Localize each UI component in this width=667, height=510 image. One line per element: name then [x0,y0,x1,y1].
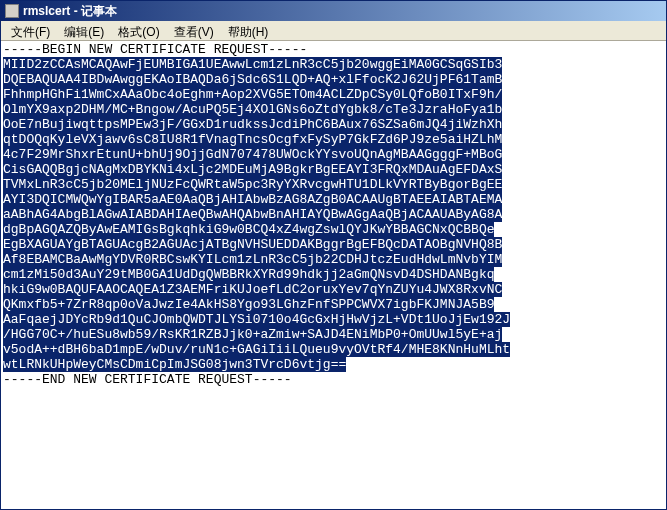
menu-file[interactable]: 文件(F) [5,23,56,38]
menu-help[interactable]: 帮助(H) [222,23,275,38]
selected-text: MIID2zCCAsMCAQAwFjEUMBIGA1UEAwwLcm1zLnR3… [3,57,510,372]
titlebar: rmslcert - 记事本 [1,1,666,21]
cert-begin-line: -----BEGIN NEW CERTIFICATE REQUEST----- [3,42,307,57]
menubar: 文件(F) 编辑(E) 格式(O) 查看(V) 帮助(H) [1,21,666,41]
app-icon [5,4,19,18]
menu-edit[interactable]: 编辑(E) [58,23,110,38]
text-editor[interactable]: -----BEGIN NEW CERTIFICATE REQUEST----- … [1,41,666,509]
menu-format[interactable]: 格式(O) [112,23,165,38]
window: rmslcert - 记事本 文件(F) 编辑(E) 格式(O) 查看(V) 帮… [0,0,667,510]
cert-end-line: -----END NEW CERTIFICATE REQUEST----- [3,372,292,387]
window-title: rmslcert - 记事本 [23,3,117,20]
menu-view[interactable]: 查看(V) [168,23,220,38]
